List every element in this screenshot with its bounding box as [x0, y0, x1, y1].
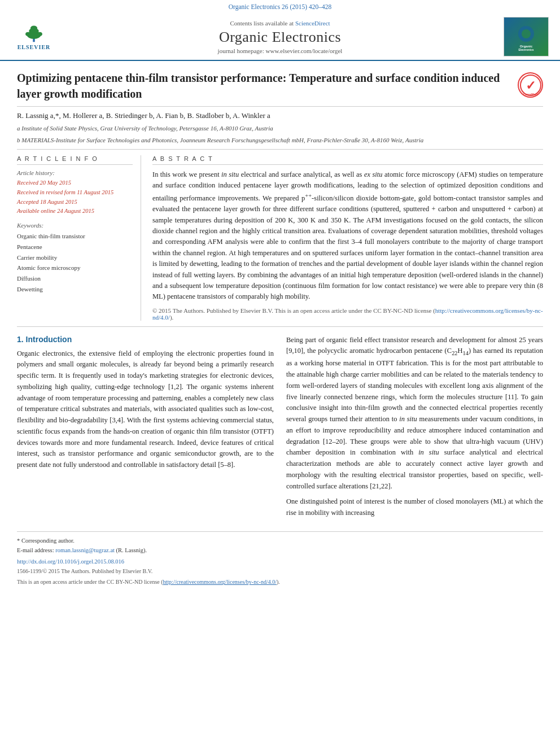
article-info-abstract-section: A R T I C L E I N F O Article history: R… [17, 149, 543, 327]
section-title: 1. Introduction [17, 335, 274, 344]
journal-citation: Organic Electronics 26 (2015) 420–428 [0, 0, 560, 12]
author-email-link[interactable]: roman.lassnig@tugraz.at [55, 547, 115, 553]
keyword-6: Dewetting [17, 284, 133, 295]
keywords-section: Keywords: Organic thin-film transistor P… [17, 222, 133, 294]
elsevier-tree-icon [20, 23, 48, 43]
sciencedirect-line: Contents lists available at ScienceDirec… [56, 20, 504, 27]
open-access-line: This is an open access article under the… [17, 578, 543, 586]
keyword-3: Carrier mobility [17, 252, 133, 263]
article-title: Optimizing pentacene thin-film transisto… [17, 70, 518, 102]
intro-para2: Being part of organic field effect trans… [286, 335, 543, 492]
footer-section: * Corresponding author. E-mail address: … [17, 531, 543, 587]
authors-text: R. Lassnig a,*, M. Hollerer a, B. Stried… [17, 111, 270, 120]
doi-link[interactable]: http://dx.doi.org/10.1016/j.orgel.2015.0… [17, 558, 124, 565]
svg-point-4 [25, 32, 30, 36]
copyright-line: © 2015 The Authors. Published by Elsevie… [152, 307, 543, 321]
open-access-link[interactable]: http://creativecommons.org/licenses/by-n… [163, 579, 277, 585]
keyword-4: Atomic force microscopy [17, 263, 133, 273]
article-title-section: Optimizing pentacene thin-film transisto… [17, 61, 543, 107]
elsevier-logo: ELSEVIER [11, 21, 56, 53]
crossmark-badge: ✓ CrossMark [518, 72, 543, 98]
svg-text:Electronics: Electronics [519, 48, 534, 51]
introduction-section: 1. Introduction Organic electronics, the… [17, 327, 543, 523]
accepted-date: Accepted 18 August 2015 [17, 198, 133, 207]
article-history: Article history: Received 20 May 2015 Re… [17, 169, 133, 216]
article-info-heading: A R T I C L E I N F O [17, 155, 133, 165]
history-title: Article history: [17, 169, 133, 176]
authors-line: R. Lassnig a,*, M. Hollerer a, B. Stried… [17, 107, 543, 123]
keyword-1: Organic thin-film transistor [17, 231, 133, 242]
keyword-5: Diffusion [17, 273, 133, 284]
svg-point-3 [30, 25, 37, 30]
affiliation-a: a Institute of Solid State Physics, Graz… [17, 123, 543, 134]
svg-text:✓: ✓ [526, 78, 536, 93]
intro-para3: One distinguished point of interest is t… [286, 496, 543, 519]
keyword-2: Pentacene [17, 242, 133, 252]
svg-point-5 [37, 32, 42, 36]
journal-title: Organic Electronics [56, 29, 504, 46]
corresponding-author-note: * Corresponding author. [17, 536, 543, 546]
abstract-column: A B S T R A C T In this work we present … [152, 155, 543, 321]
journal-header: ELSEVIER Contents lists available at Sci… [0, 12, 560, 61]
organic-electronics-logo: Organic Electronics [504, 17, 549, 56]
available-date: Available online 24 August 2015 [17, 207, 133, 216]
intro-para1: Organic electronics, the extensive field… [17, 348, 274, 471]
keywords-title: Keywords: [17, 222, 133, 229]
received-revised-date: Received in revised form 11 August 2015 [17, 188, 133, 198]
article-info-column: A R T I C L E I N F O Article history: R… [17, 155, 141, 321]
introduction-two-col: 1. Introduction Organic electronics, the… [17, 335, 543, 523]
elsevier-text: ELSEVIER [18, 44, 51, 50]
svg-text:CrossMark: CrossMark [523, 93, 538, 96]
abstract-heading: A B S T R A C T [152, 155, 543, 165]
journal-logo-icon: Organic Electronics [512, 23, 540, 51]
crossmark-icon: ✓ CrossMark [519, 74, 542, 97]
received-date: Received 20 May 2015 [17, 178, 133, 188]
issn-line: 1566-1199/© 2015 The Authors. Published … [17, 567, 543, 575]
elsevier-logo-area: ELSEVIER [11, 21, 56, 53]
journal-center: Contents lists available at ScienceDirec… [56, 20, 504, 54]
journal-citation-text: Organic Electronics 26 (2015) 420–428 [229, 3, 331, 10]
sciencedirect-link[interactable]: ScienceDirect [295, 20, 330, 27]
email-line: E-mail address: roman.lassnig@tugraz.at … [17, 546, 543, 556]
intro-left-col: 1. Introduction Organic electronics, the… [17, 335, 274, 523]
intro-right-col: Being part of organic field effect trans… [286, 335, 543, 523]
abstract-text: In this work we present in situ electric… [152, 169, 543, 303]
doi-line: http://dx.doi.org/10.1016/j.orgel.2015.0… [17, 558, 543, 565]
main-content: Optimizing pentacene thin-film transisto… [0, 61, 560, 586]
svg-point-8 [522, 29, 531, 38]
copyright-link[interactable]: http://creativecommons.org/licenses/by-n… [152, 307, 543, 321]
journal-homepage: journal homepage: www.elsevier.com/locat… [56, 47, 504, 54]
affiliation-b: b MATERIALS-Institute for Surface Techno… [17, 134, 543, 146]
